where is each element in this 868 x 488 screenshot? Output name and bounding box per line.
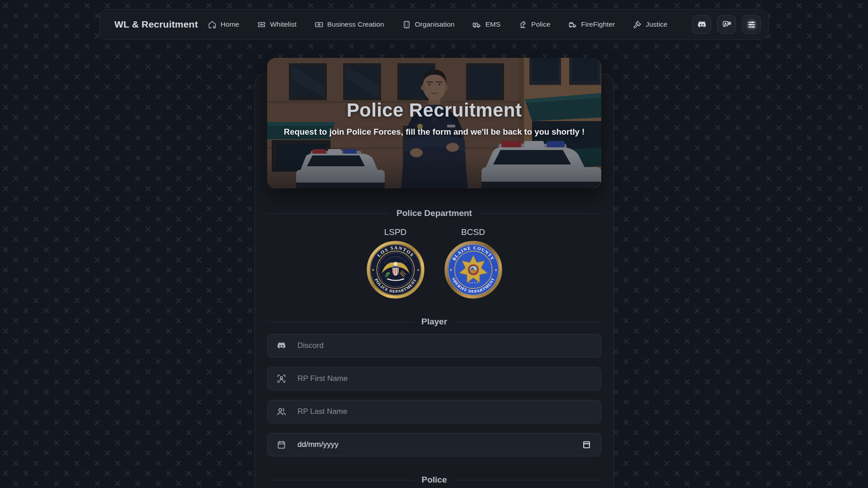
home-icon: [208, 20, 217, 29]
brand-title: WL & Recruitment: [114, 19, 198, 30]
translate-button[interactable]: [717, 15, 736, 34]
birth-date-field: [267, 433, 601, 456]
bcsd-badge[interactable]: ★★ BLAINE COUNTY SHERIFF DEPARTMENT ★ ★ …: [443, 240, 503, 300]
discord-icon: [697, 20, 707, 29]
department-labels: LSPD BCSD: [366, 227, 503, 237]
navbar: WL & Recruitment Home Whitelist Business…: [99, 9, 769, 40]
gavel-icon: [633, 20, 642, 29]
nav-item-label: EMS: [485, 20, 500, 28]
section-heading-player: Player: [267, 317, 601, 327]
lspd-label: LSPD: [366, 227, 425, 237]
nav-item-organisation[interactable]: Organisation: [402, 20, 455, 29]
discord-input[interactable]: [267, 334, 601, 357]
banknote-icon: [315, 20, 323, 29]
department-badges: ★★ LOS SANTOS POLICE DEPARTMENT: [366, 240, 503, 300]
bcsd-label: BCSD: [443, 227, 503, 237]
section-title: Player: [421, 317, 447, 327]
ambulance-icon: [472, 20, 481, 29]
nav-item-label: Home: [221, 20, 239, 28]
hero-subtitle: Request to join Police Forces, fill the …: [284, 127, 585, 137]
filters-button[interactable]: [742, 15, 761, 34]
nav-item-home[interactable]: Home: [208, 20, 239, 29]
lspd-badge[interactable]: ★★ LOS SANTOS POLICE DEPARTMENT: [366, 240, 425, 300]
recruitment-card: Police Recruitment Request to join Polic…: [255, 74, 614, 488]
building-icon: [402, 20, 411, 29]
ticket-icon: [257, 20, 266, 29]
section-title: Police: [422, 475, 447, 485]
discord-button[interactable]: [692, 15, 711, 34]
section-heading-police-department: Police Department: [267, 208, 601, 218]
nav-item-label: Business Creation: [327, 20, 384, 28]
nav-items: Home Whitelist Business Creation Organis…: [208, 20, 668, 29]
sliders-icon: [747, 20, 756, 29]
bcsd-seal: ★★ BLAINE COUNTY SHERIFF DEPARTMENT ★ ★ …: [443, 240, 503, 300]
svg-text:★ ★ ★ ★: ★ ★ ★ ★: [468, 282, 478, 284]
lspd-seal: ★★ LOS SANTOS POLICE DEPARTMENT: [366, 240, 425, 300]
translate-icon: [722, 20, 731, 29]
nav-item-police[interactable]: Police: [519, 20, 550, 29]
firetruck-icon: [568, 20, 577, 29]
rp-last-name-field: [267, 400, 601, 423]
nav-item-label: Organisation: [415, 20, 455, 28]
nav-item-label: FireFighter: [581, 20, 615, 28]
discord-field: [267, 334, 601, 357]
rp-first-name-field: [267, 367, 601, 390]
nav-item-justice[interactable]: Justice: [633, 20, 667, 29]
birth-date-input[interactable]: [267, 433, 601, 456]
nav-item-label: Justice: [646, 20, 667, 28]
section-heading-police: Police: [267, 475, 601, 485]
nav-item-label: Whitelist: [270, 20, 297, 28]
hero-text: Police Recruitment Request to join Polic…: [267, 58, 601, 188]
chess-knight-icon: [519, 20, 527, 29]
hero-banner: Police Recruitment Request to join Polic…: [267, 58, 601, 188]
rp-last-name-input[interactable]: [267, 400, 601, 423]
hero-title: Police Recruitment: [347, 99, 522, 121]
nav-item-ems[interactable]: EMS: [472, 20, 500, 29]
nav-item-firefighter[interactable]: FireFighter: [568, 20, 615, 29]
nav-item-label: Police: [531, 20, 550, 28]
nav-item-business-creation[interactable]: Business Creation: [315, 20, 384, 29]
nav-item-whitelist[interactable]: Whitelist: [257, 20, 297, 29]
date-picker-icon[interactable]: [582, 441, 591, 449]
rp-first-name-input[interactable]: [267, 367, 601, 390]
section-title: Police Department: [396, 208, 472, 218]
nav-actions: [692, 15, 761, 34]
